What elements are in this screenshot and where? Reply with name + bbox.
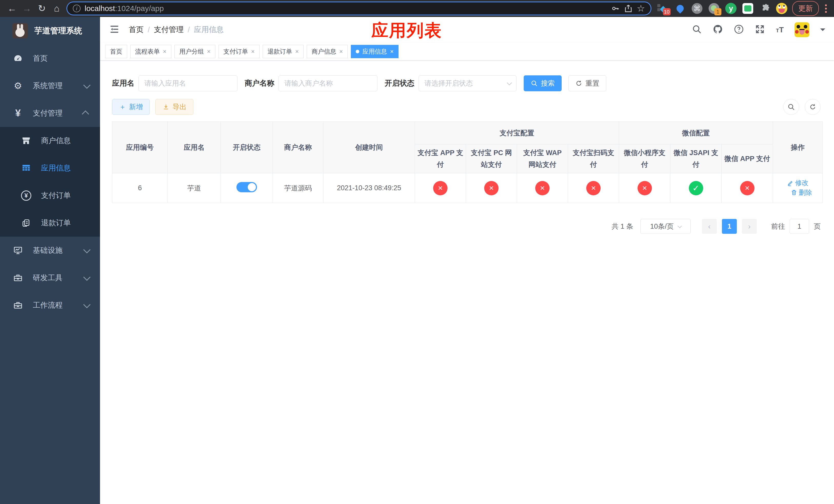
- goto-unit-label: 页: [814, 222, 821, 231]
- search-button[interactable]: 搜索: [524, 75, 562, 91]
- sidebar-item-pay-order[interactable]: ¥ 支付订单: [0, 182, 100, 209]
- dashboard-icon: [12, 53, 24, 63]
- avatar-caret-icon[interactable]: [820, 28, 825, 33]
- add-button[interactable]: ＋ 新增: [112, 99, 150, 115]
- font-size-icon[interactable]: TT: [776, 25, 784, 34]
- goto-label: 前往: [771, 222, 785, 231]
- tab-app-info[interactable]: 应用信息 ×: [351, 45, 398, 58]
- browser-reload-icon[interactable]: ↻: [35, 1, 49, 16]
- extensions-puzzle-icon[interactable]: [759, 3, 771, 14]
- bookmark-star-icon[interactable]: ☆: [637, 3, 645, 14]
- share-icon[interactable]: [624, 4, 633, 13]
- col-status: 开启状态: [221, 122, 273, 173]
- app-name-input[interactable]: [138, 75, 238, 91]
- refresh-table-button[interactable]: [805, 99, 821, 115]
- edit-link[interactable]: 修改: [787, 178, 809, 187]
- tab-process-form[interactable]: 流程表单 ×: [130, 45, 171, 58]
- site-info-icon[interactable]: i: [73, 5, 81, 12]
- browser-back-icon[interactable]: ←: [5, 1, 20, 16]
- address-bar[interactable]: i localhost:1024/pay/app ☆: [67, 2, 651, 15]
- tab-user-group[interactable]: 用户分组 ×: [174, 45, 215, 58]
- status-select[interactable]: 请选择开启状态: [419, 75, 517, 91]
- cell-app-name: 芋道: [168, 173, 221, 203]
- url-text[interactable]: localhost:1024/pay/app: [85, 4, 164, 13]
- tab-close-icon[interactable]: ×: [339, 48, 343, 55]
- sidebar-logo[interactable]: 芋道管理系统: [0, 17, 100, 45]
- sidebar: 芋道管理系统 首页 ⚙ 系统管理 ¥ 支付管理 商户信息: [0, 17, 100, 504]
- sidebar-item-devtools[interactable]: 研发工具: [0, 264, 100, 292]
- page-size-value: 10条/页: [650, 222, 674, 231]
- extensions-cluster: ◆ 10 ⌘ 1 y: [657, 3, 788, 14]
- table-toolbar: ＋ 新增 导出: [112, 99, 824, 115]
- tab-close-icon[interactable]: ×: [163, 48, 167, 55]
- sidebar-item-app-info[interactable]: 应用信息: [0, 154, 100, 182]
- extension-pin-icon[interactable]: [674, 3, 686, 14]
- export-button[interactable]: 导出: [155, 99, 193, 115]
- pay-submenu: 商户信息 应用信息 ¥ 支付订单 退款订单: [0, 127, 100, 237]
- refresh-icon: [809, 103, 816, 111]
- reset-button[interactable]: 重置: [568, 75, 606, 91]
- fullscreen-icon[interactable]: [755, 24, 765, 36]
- browser-menu-icon[interactable]: [822, 3, 829, 14]
- browser-home-icon[interactable]: ⌂: [49, 1, 64, 16]
- tab-refund-order[interactable]: 退款订单 ×: [263, 45, 304, 58]
- user-avatar[interactable]: [794, 22, 809, 37]
- tab-close-icon[interactable]: ×: [295, 48, 299, 55]
- tab-home[interactable]: 首页: [105, 45, 127, 58]
- tab-close-icon[interactable]: ×: [207, 48, 211, 55]
- cell-alipay-qr: [568, 173, 619, 203]
- extension-chat-icon[interactable]: [742, 3, 754, 14]
- search-form: 应用名 商户名称 开启状态 请选择开启状态 搜索: [112, 75, 824, 91]
- goto-page: 前往 页: [771, 219, 821, 234]
- status-cross-icon[interactable]: [535, 181, 550, 196]
- breadcrumb-home[interactable]: 首页: [129, 25, 144, 35]
- reset-button-label: 重置: [586, 79, 599, 88]
- status-cross-icon[interactable]: [484, 181, 499, 196]
- next-page-button[interactable]: ›: [742, 219, 757, 234]
- extension-recorder-icon[interactable]: 1: [708, 3, 720, 14]
- merchant-name-input[interactable]: [279, 75, 377, 91]
- tab-close-icon[interactable]: ×: [251, 48, 255, 55]
- sidebar-item-system[interactable]: ⚙ 系统管理: [0, 72, 100, 99]
- status-cross-icon[interactable]: [638, 181, 652, 196]
- goto-page-input[interactable]: [790, 219, 809, 234]
- status-cross-icon[interactable]: [433, 181, 447, 196]
- browser-forward-icon[interactable]: →: [20, 1, 35, 16]
- prev-page-button[interactable]: ‹: [702, 219, 717, 234]
- tab-label: 首页: [110, 47, 122, 55]
- breadcrumb-pay[interactable]: 支付管理: [154, 25, 184, 35]
- status-cross-icon[interactable]: [740, 181, 754, 196]
- browser-update-button[interactable]: 更新: [792, 1, 819, 16]
- extension-command-icon[interactable]: ⌘: [691, 3, 703, 14]
- page-size-select[interactable]: 10条/页: [640, 219, 690, 234]
- delete-link[interactable]: 删除: [791, 188, 812, 197]
- tab-close-icon[interactable]: ×: [390, 48, 394, 55]
- page-number-1[interactable]: 1: [722, 219, 737, 234]
- header-search-icon[interactable]: [692, 24, 702, 36]
- cell-wechat-app: [722, 173, 773, 203]
- sidebar-item-home[interactable]: 首页: [0, 45, 100, 72]
- toggle-search-button[interactable]: [783, 99, 799, 115]
- tab-merchant-info[interactable]: 商户信息 ×: [307, 45, 348, 58]
- password-key-icon[interactable]: [611, 4, 620, 13]
- status-cross-icon[interactable]: [586, 181, 601, 196]
- cell-app-id: 6: [112, 173, 168, 203]
- breadcrumb-separator: /: [188, 26, 190, 34]
- extension-diamond-icon[interactable]: ◆ 10: [657, 3, 669, 14]
- col-created: 创建时间: [323, 122, 415, 173]
- tab-pay-order[interactable]: 支付订单 ×: [219, 45, 260, 58]
- extension-emoji-icon[interactable]: [776, 3, 788, 14]
- sidebar-item-merchant-info[interactable]: 商户信息: [0, 127, 100, 154]
- extension-y-icon[interactable]: y: [725, 3, 737, 14]
- sidebar-item-pay[interactable]: ¥ 支付管理: [0, 99, 100, 127]
- status-check-icon[interactable]: [689, 181, 703, 196]
- enabled-toggle[interactable]: [237, 182, 257, 192]
- toolbar-right-icons: [783, 99, 821, 115]
- sidebar-item-infra[interactable]: 基础设施: [0, 237, 100, 264]
- search-icon: [787, 103, 795, 111]
- github-icon[interactable]: [713, 24, 723, 36]
- sidebar-item-workflow[interactable]: 工作流程: [0, 292, 100, 319]
- sidebar-toggle-icon[interactable]: [109, 24, 120, 36]
- sidebar-item-refund-order[interactable]: 退款订单: [0, 209, 100, 237]
- help-icon[interactable]: [734, 24, 744, 36]
